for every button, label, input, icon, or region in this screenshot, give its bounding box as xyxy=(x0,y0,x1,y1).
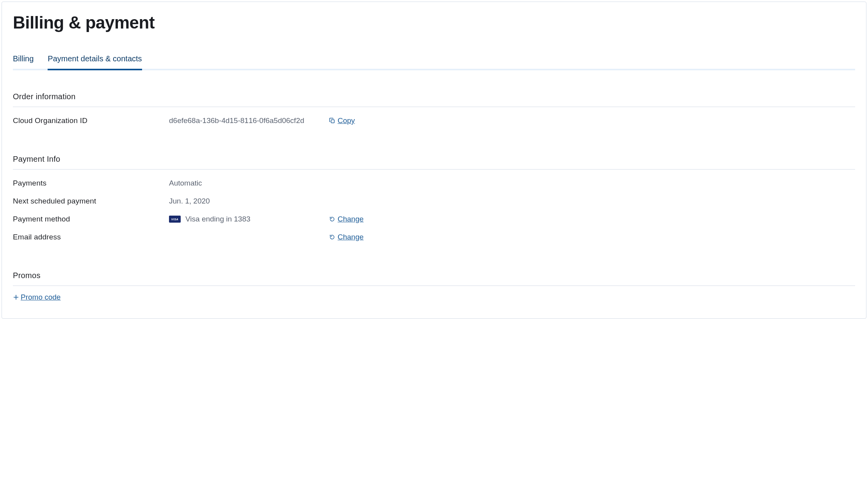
promo-code-label: Promo code xyxy=(21,293,60,302)
row-payment-method: Payment method VISA Visa ending in 1383 … xyxy=(13,212,855,230)
section-heading-payment-info: Payment Info xyxy=(13,155,855,170)
section-heading-order-info: Order information xyxy=(13,92,855,107)
label-next-scheduled-payment: Next scheduled payment xyxy=(13,197,169,205)
label-email-address: Email address xyxy=(13,233,169,241)
label-payment-method: Payment method xyxy=(13,215,169,223)
row-next-scheduled-payment: Next scheduled payment Jun. 1, 2020 xyxy=(13,195,855,212)
visa-card-icon: VISA xyxy=(169,216,181,223)
tab-payment-details-contacts[interactable]: Payment details & contacts xyxy=(48,54,142,70)
copy-label: Copy xyxy=(338,116,355,125)
change-label: Change xyxy=(338,233,364,241)
refresh-icon xyxy=(329,234,335,240)
row-email-address: Email address Change xyxy=(13,230,855,248)
add-promo-code-button[interactable]: Promo code xyxy=(13,293,60,302)
change-label: Change xyxy=(338,215,364,223)
billing-payment-page: Billing & payment Billing Payment detail… xyxy=(2,2,866,319)
label-cloud-org-id: Cloud Organization ID xyxy=(13,116,169,125)
section-heading-promos: Promos xyxy=(13,271,855,286)
tab-bar: Billing Payment details & contacts xyxy=(13,54,855,70)
section-order-information: Order information Cloud Organization ID … xyxy=(13,92,855,132)
page-title: Billing & payment xyxy=(13,13,855,32)
svg-rect-0 xyxy=(331,120,334,123)
value-payment-method: VISA Visa ending in 1383 xyxy=(169,215,329,223)
value-cloud-org-id: d6efe68a-136b-4d15-8116-0f6a5d06cf2d xyxy=(169,116,329,125)
label-payments: Payments xyxy=(13,179,169,187)
row-payments: Payments Automatic xyxy=(13,177,855,195)
copy-button[interactable]: Copy xyxy=(329,116,355,125)
section-payment-info: Payment Info Payments Automatic Next sch… xyxy=(13,155,855,248)
change-email-button[interactable]: Change xyxy=(329,233,364,241)
refresh-icon xyxy=(329,216,335,222)
row-cloud-org-id: Cloud Organization ID d6efe68a-136b-4d15… xyxy=(13,114,855,132)
copy-icon xyxy=(329,118,335,124)
tab-billing[interactable]: Billing xyxy=(13,54,34,70)
section-promos: Promos Promo code xyxy=(13,271,855,302)
value-next-scheduled-payment: Jun. 1, 2020 xyxy=(169,197,329,205)
payment-method-text: Visa ending in 1383 xyxy=(185,215,251,223)
plus-icon xyxy=(13,294,19,300)
change-payment-method-button[interactable]: Change xyxy=(329,215,364,223)
value-payments: Automatic xyxy=(169,179,329,187)
